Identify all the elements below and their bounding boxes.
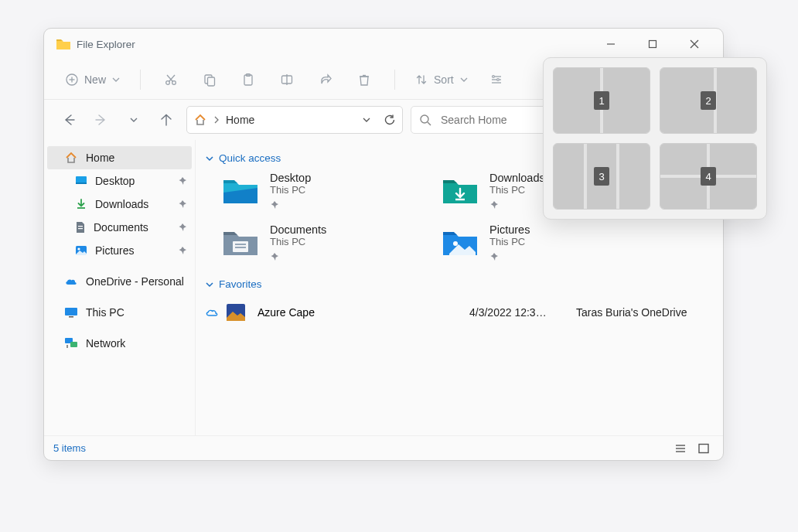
view-options-icon (489, 73, 503, 87)
maximize-button[interactable] (632, 29, 674, 60)
cloud-sync-icon (205, 307, 219, 318)
pin-icon (178, 223, 187, 232)
up-button[interactable] (154, 106, 179, 134)
svg-rect-34 (69, 316, 73, 318)
chevron-down-icon (129, 115, 138, 124)
cut-button[interactable] (153, 66, 189, 94)
copy-button[interactable] (192, 66, 227, 94)
status-bar: 5 items (44, 435, 723, 460)
svg-rect-33 (65, 308, 77, 315)
back-button[interactable] (56, 106, 81, 134)
arrow-up-icon (160, 114, 172, 126)
snap-label: 1 (594, 91, 609, 110)
minimize-button[interactable] (590, 29, 632, 60)
section-favorites[interactable]: Favorites (205, 278, 712, 290)
separator (394, 70, 395, 90)
address-dropdown-button[interactable] (362, 115, 371, 124)
chevron-down-icon (205, 280, 214, 289)
pin-icon (489, 252, 530, 261)
qa-sub: This PC (270, 236, 326, 247)
pin-icon (178, 176, 187, 186)
view-button[interactable] (479, 66, 514, 94)
sidebar-item-label: Home (86, 152, 114, 164)
sidebar-item-label: Desktop (95, 175, 135, 187)
svg-rect-27 (76, 182, 87, 184)
arrow-left-icon (63, 114, 75, 126)
network-icon (64, 337, 78, 350)
sidebar-item-network[interactable]: Network (44, 332, 195, 355)
desktop-icon (75, 176, 87, 186)
share-button[interactable] (308, 66, 343, 94)
home-icon (64, 151, 78, 165)
desktop-folder-icon (222, 176, 259, 206)
downloads-folder-icon (442, 176, 479, 206)
svg-rect-47 (699, 444, 708, 452)
square-icon (697, 443, 710, 454)
scissors-icon (164, 73, 178, 87)
window-controls (590, 29, 715, 60)
delete-button[interactable] (346, 66, 382, 94)
refresh-button[interactable] (384, 114, 396, 126)
pin-icon (178, 246, 187, 255)
snap-layout-4[interactable]: 4 (660, 143, 757, 210)
new-button[interactable]: New (58, 66, 128, 94)
sidebar-item-documents[interactable]: Documents (44, 216, 195, 239)
thumbnails-view-button[interactable] (694, 439, 714, 458)
snap-label: 2 (701, 91, 716, 110)
details-view-button[interactable] (670, 439, 691, 458)
qa-item-documents[interactable]: Documents This PC (222, 223, 438, 261)
sidebar-item-home[interactable]: Home (47, 146, 192, 169)
svg-point-42 (453, 241, 458, 246)
qa-name: Downloads (489, 172, 545, 184)
new-label: New (84, 73, 106, 86)
pictures-icon (75, 245, 87, 256)
qa-name: Documents (270, 223, 326, 236)
sidebar-item-thispc[interactable]: This PC (44, 301, 195, 324)
sort-button[interactable]: Sort (408, 66, 476, 94)
documents-folder-icon (222, 227, 259, 258)
recent-locations-button[interactable] (121, 106, 146, 134)
image-thumbnail-icon (227, 304, 245, 321)
snap-layout-1[interactable]: 1 (553, 67, 650, 134)
download-icon (75, 198, 87, 210)
chevron-right-icon (213, 115, 220, 124)
close-button[interactable] (674, 29, 715, 60)
sidebar-item-desktop[interactable]: Desktop (44, 169, 195, 193)
section-label: Quick access (219, 152, 281, 164)
list-icon (674, 443, 687, 454)
svg-rect-12 (208, 77, 215, 86)
sidebar-item-onedrive[interactable]: OneDrive - Personal (44, 270, 195, 293)
paste-button[interactable] (230, 66, 266, 94)
status-items: 5 items (53, 442, 86, 454)
snap-label: 3 (594, 167, 609, 186)
pin-icon (489, 200, 545, 210)
svg-line-25 (428, 122, 431, 125)
favorite-date: 4/3/2022 12:3… (469, 306, 568, 319)
svg-point-23 (496, 78, 499, 80)
pictures-folder-icon (442, 227, 479, 258)
qa-sub: This PC (489, 184, 545, 196)
pin-icon (178, 200, 187, 209)
svg-rect-39 (233, 241, 248, 252)
sort-label: Sort (434, 73, 454, 86)
file-explorer-icon (56, 38, 70, 50)
sidebar-item-label: Pictures (95, 244, 135, 257)
favorite-item[interactable]: Azure Cape 4/3/2022 12:3… Taras Buria's … (202, 298, 712, 321)
chevron-down-icon (460, 76, 468, 84)
home-icon (193, 113, 207, 127)
snap-layout-2[interactable]: 2 (660, 67, 757, 134)
sidebar-item-downloads[interactable]: Downloads (44, 193, 195, 216)
forward-button[interactable] (89, 106, 114, 134)
qa-name: Desktop (270, 172, 311, 184)
sidebar-item-pictures[interactable]: Pictures (44, 239, 195, 262)
sidebar: Home Desktop Downloads Documents (44, 140, 196, 435)
breadcrumb-location: Home (226, 114, 356, 126)
sort-icon (415, 73, 428, 86)
address-bar[interactable]: Home (186, 106, 403, 134)
clipboard-icon (241, 73, 255, 87)
chevron-down-icon (362, 115, 371, 124)
rename-button[interactable] (269, 66, 305, 94)
snap-layout-3[interactable]: 3 (553, 143, 650, 210)
qa-item-desktop[interactable]: Desktop This PC (222, 172, 438, 210)
qa-item-pictures[interactable]: Pictures This PC (442, 223, 658, 261)
